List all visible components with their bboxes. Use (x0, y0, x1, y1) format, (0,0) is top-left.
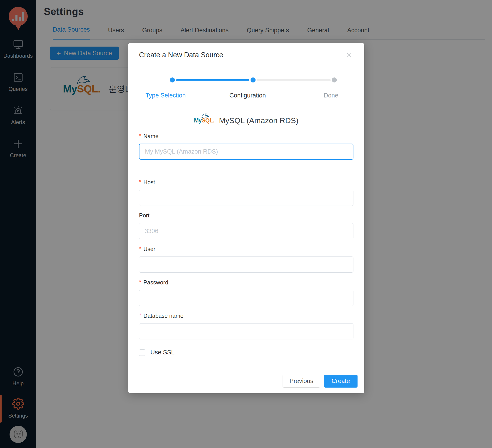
mysql-logo-small: MySQL. (194, 118, 215, 123)
mysql-dolphin-icon (201, 113, 209, 119)
user-input[interactable] (139, 257, 353, 273)
section-divider (139, 169, 353, 169)
create-button[interactable]: Create (324, 375, 358, 387)
use-ssl-label[interactable]: Use SSL (150, 349, 175, 356)
field-label: User (143, 246, 155, 252)
name-input[interactable] (139, 144, 353, 160)
password-input[interactable] (139, 290, 353, 306)
field-user: * User (139, 246, 353, 273)
step-connector-done (176, 79, 249, 81)
required-mark: * (139, 279, 141, 286)
modal-footer: Previous Create (128, 369, 364, 393)
data-source-type-heading: MySQL. MySQL (Amazon RDS) (139, 116, 353, 125)
create-data-source-modal: Create a New Data Source Type Selection … (128, 43, 364, 393)
host-input[interactable] (139, 190, 353, 206)
required-mark: * (139, 132, 141, 139)
step-dot-type-selection (170, 77, 175, 83)
port-input[interactable] (139, 223, 353, 239)
database-name-input[interactable] (139, 323, 353, 339)
required-mark: * (139, 178, 141, 185)
required-mark: * (139, 245, 141, 252)
step-label-configuration: Configuration (214, 92, 282, 99)
use-ssl-row: Use SSL (139, 349, 353, 356)
field-label: Port (139, 212, 149, 219)
type-heading-text: MySQL (Amazon RDS) (219, 116, 298, 125)
modal-header: Create a New Data Source (128, 43, 364, 67)
step-connector-pending (257, 79, 331, 81)
step-label-type-selection[interactable]: Type Selection (132, 92, 200, 99)
previous-button[interactable]: Previous (283, 375, 320, 387)
field-label: Host (143, 179, 155, 186)
field-port: Port (139, 212, 353, 239)
field-label: Name (143, 133, 159, 139)
step-label-done: Done (297, 92, 365, 99)
modal-title: Create a New Data Source (139, 51, 223, 59)
modal-body: Type Selection Configuration Done MySQL.… (128, 76, 364, 356)
wizard-steps: Type Selection Configuration Done (139, 76, 353, 103)
required-mark: * (139, 312, 141, 319)
field-password: * Password (139, 279, 353, 306)
field-name: * Name (139, 133, 353, 160)
step-dot-done (332, 77, 337, 83)
field-host: * Host (139, 179, 353, 206)
use-ssl-checkbox[interactable] (139, 349, 145, 356)
field-label: Password (143, 279, 168, 286)
close-icon[interactable] (344, 50, 353, 60)
field-database-name: * Database name (139, 312, 353, 339)
field-label: Database name (143, 313, 184, 319)
step-dot-configuration (251, 77, 256, 83)
app-root: Dashboards Queries (0, 0, 492, 448)
